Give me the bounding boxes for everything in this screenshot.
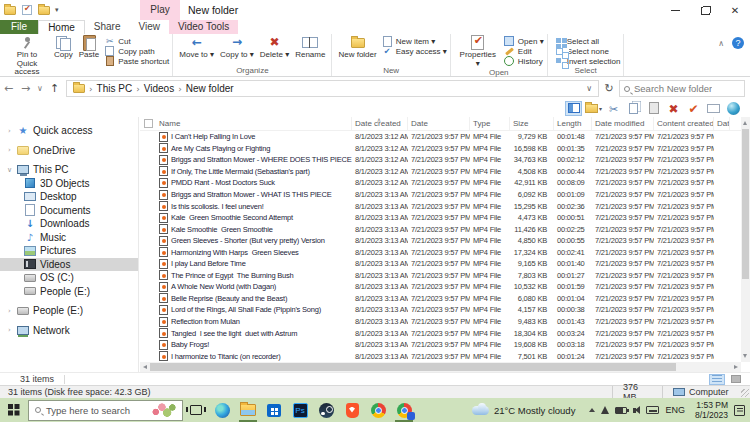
new-folder-button[interactable]: New folder	[335, 35, 379, 60]
column-header-date-ta[interactable]: Date ta	[714, 117, 730, 131]
file-row[interactable]: Kale Green Smoothie Second Attempt8/1/20…	[140, 212, 750, 224]
column-header-content-created[interactable]: Content created	[654, 117, 714, 131]
tab-home[interactable]: Home	[38, 20, 85, 34]
address-dropdown-icon[interactable]: ∨	[582, 84, 596, 93]
file-row[interactable]: Is this scoliosis. I feel uneven!8/1/202…	[140, 200, 750, 212]
close-button[interactable]	[720, 0, 750, 20]
file-row[interactable]: I play Land Before Time8/1/2023 3:13 AM7…	[140, 258, 750, 270]
toolbar-sphere-button[interactable]	[725, 101, 742, 116]
contextual-tab-play[interactable]: Play	[140, 0, 180, 20]
toolbar-rename-button[interactable]	[705, 101, 722, 116]
help-icon[interactable]: ?	[732, 37, 744, 49]
file-row[interactable]: Briggs and Stratton Mower - WHERE DOES T…	[140, 154, 750, 166]
thumbnails-view-icon[interactable]	[728, 374, 744, 385]
breadcrumb-item-this-pc[interactable]: This PC	[93, 83, 137, 94]
battery-icon[interactable]	[615, 407, 627, 414]
file-row[interactable]: Lord of the Rings, All Shall Fade (Pippi…	[140, 304, 750, 316]
column-header-size[interactable]: Size	[510, 117, 554, 131]
tab-share[interactable]: Share	[85, 20, 130, 34]
sidebar-item-network[interactable]: ›Network	[0, 324, 138, 338]
language-indicator[interactable]: ENG	[665, 405, 685, 415]
file-row[interactable]: If Only, The Little Mermaid (Sebastian's…	[140, 166, 750, 178]
invert-selection-button[interactable]: Invert selection	[553, 56, 621, 66]
sidebar-item-onedrive[interactable]: ›OneDrive	[0, 144, 138, 158]
select-all-button[interactable]: Select all	[553, 36, 621, 46]
sidebar-item-downloads[interactable]: Downloads	[0, 217, 138, 231]
paste-shortcut-button[interactable]: Paste shortcut	[104, 56, 169, 66]
horizontal-scroll-thumb[interactable]	[150, 363, 676, 371]
resize-grip[interactable]	[741, 389, 749, 397]
select-none-button[interactable]: Select none	[553, 46, 621, 56]
taskbar-file-explorer[interactable]	[235, 398, 261, 422]
column-header-date-modified[interactable]: Date modified	[592, 117, 654, 131]
search-highlight-image[interactable]	[150, 402, 176, 418]
scroll-down-icon[interactable]	[743, 354, 747, 358]
tab-view[interactable]: View	[130, 20, 170, 34]
toolbar-copy-button[interactable]	[625, 101, 642, 116]
taskbar-chrome[interactable]	[365, 398, 391, 422]
sidebar-item-this-pc[interactable]: ∨This PC	[0, 163, 138, 177]
file-row[interactable]: Reflection from Mulan8/1/2023 3:13 AM7/2…	[140, 316, 750, 328]
copy-to-button[interactable]: Copy to ▾	[217, 35, 257, 60]
taskbar-steam[interactable]	[313, 398, 339, 422]
back-icon[interactable]: ←	[0, 82, 17, 95]
open-button[interactable]: Open ▾	[504, 36, 544, 46]
tab-file[interactable]: File	[0, 20, 38, 34]
pin-to-quick-access-button[interactable]: Pin to Quick access	[3, 35, 51, 77]
file-row[interactable]: The Prince of Egypt The Burning Bush8/1/…	[140, 270, 750, 282]
breadcrumb-item-new-folder[interactable]: New folder	[182, 83, 238, 94]
breadcrumb-item-videos[interactable]: Videos	[140, 83, 178, 94]
delete-button[interactable]: Delete ▾	[257, 35, 292, 60]
file-row[interactable]: A Whole New World (with Dagan)8/1/2023 3…	[140, 281, 750, 293]
address-box[interactable]: › This PC›Videos›New folder ∨	[66, 80, 599, 97]
file-row[interactable]: I Can't Help Falling In Love8/1/2023 3:1…	[140, 131, 750, 143]
vertical-scrollbar[interactable]	[741, 117, 750, 362]
up-icon[interactable]: ↑	[46, 82, 63, 95]
sidebar-item-documents[interactable]: Documents	[0, 204, 138, 218]
file-row[interactable]: Baby Frogs!8/1/2023 3:13 AM7/21/2023 9:5…	[140, 339, 750, 351]
new-item-button[interactable]: New item ▾	[382, 36, 447, 46]
file-row[interactable]: Belle Reprise (Beauty and the Beast)8/1/…	[140, 293, 750, 305]
restore-button[interactable]	[690, 0, 720, 20]
scroll-right-icon[interactable]	[734, 365, 738, 369]
weather-widget[interactable]: 21°C Mostly cloudy	[472, 405, 575, 416]
file-row[interactable]: Tangled I see the light duet with Astrum…	[140, 327, 750, 339]
network-icon[interactable]	[601, 406, 609, 414]
sidebar-item-pictures[interactable]: Pictures	[0, 244, 138, 258]
rename-button[interactable]: Rename	[292, 35, 328, 60]
sidebar-item-people-e[interactable]: ›People (E:)	[0, 304, 138, 318]
scroll-left-icon[interactable]	[143, 365, 147, 369]
copy-path-button[interactable]: Copy path	[104, 46, 169, 56]
refresh-icon[interactable]: ↻	[599, 82, 619, 95]
file-row[interactable]: Briggs and Stratton Mower - WHAT IS THIS…	[140, 189, 750, 201]
file-row[interactable]: I harmonize to Titanic (on recorder)8/1/…	[140, 350, 750, 362]
sidebar-item-desktop[interactable]: Desktop	[0, 190, 138, 204]
taskbar-chrome-profile[interactable]	[391, 398, 417, 422]
vertical-scroll-thumb[interactable]	[742, 129, 749, 279]
explorer-window-icon[interactable]	[4, 4, 16, 16]
taskbar-edge[interactable]	[209, 398, 235, 422]
sidebar-item-people-e[interactable]: People (E:)	[0, 285, 138, 299]
search-box[interactable]: Search New folder	[619, 80, 745, 97]
history-button[interactable]: History	[504, 56, 544, 66]
recent-locations-icon[interactable]: ∨	[34, 84, 46, 93]
easy-access-button[interactable]: Easy access ▾	[382, 46, 447, 56]
clock[interactable]: 1:53 PM 8/1/2023	[695, 400, 728, 420]
edit-button[interactable]: Edit	[504, 46, 544, 56]
toolbar-delete-button[interactable]	[665, 101, 682, 116]
toolbar-paste-button[interactable]	[645, 101, 662, 116]
sidebar-item-videos[interactable]: Videos	[0, 258, 138, 272]
paste-button[interactable]: Paste	[76, 35, 102, 60]
column-header-name[interactable]: Name	[156, 117, 352, 131]
toolbar-preview-pane-button[interactable]	[565, 101, 582, 116]
column-header-date-created[interactable]: Date created∧	[352, 117, 408, 131]
properties-button[interactable]: Properties ▾	[454, 35, 502, 68]
taskbar-photoshop[interactable]	[287, 398, 313, 422]
column-header-date[interactable]: Date	[408, 117, 470, 131]
taskbar-task-view[interactable]	[183, 398, 209, 422]
scroll-up-icon[interactable]	[743, 121, 747, 125]
keyboard-icon[interactable]	[646, 406, 659, 414]
move-to-button[interactable]: Move to ▾	[176, 35, 217, 60]
qat-dropdown-icon[interactable]: ▾	[55, 6, 59, 14]
toolbar-new-folder-button[interactable]: ▾	[585, 101, 602, 116]
